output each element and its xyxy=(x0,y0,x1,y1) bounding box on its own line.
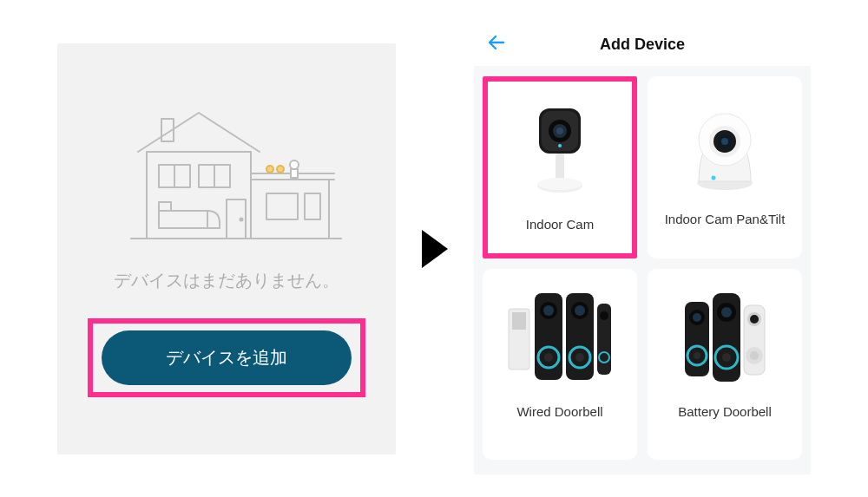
svg-point-15 xyxy=(266,166,273,173)
svg-point-49 xyxy=(575,305,585,316)
wired-doorbell-icon xyxy=(483,286,637,390)
flow-arrow-icon xyxy=(422,230,448,268)
svg-rect-18 xyxy=(291,169,298,178)
svg-point-9 xyxy=(240,219,243,221)
svg-rect-7 xyxy=(159,202,171,211)
no-device-message: デバイスはまだありません。 xyxy=(114,269,339,292)
indoor-cam-pan-tilt-icon xyxy=(648,94,802,198)
svg-point-51 xyxy=(575,353,584,362)
svg-rect-10 xyxy=(251,180,329,239)
device-card-wired-doorbell[interactable]: Wired Doorbell xyxy=(483,269,637,460)
header-bar: Add Device xyxy=(474,23,811,66)
device-label: Indoor Cam xyxy=(526,217,594,232)
svg-point-16 xyxy=(277,166,284,173)
svg-point-17 xyxy=(290,160,299,169)
svg-point-57 xyxy=(693,313,701,322)
svg-point-67 xyxy=(750,315,759,324)
device-label: Battery Doorbell xyxy=(678,404,772,419)
svg-rect-13 xyxy=(266,193,298,219)
svg-point-53 xyxy=(600,311,608,320)
svg-marker-22 xyxy=(422,230,448,268)
indoor-cam-icon xyxy=(488,99,632,203)
page-title: Add Device xyxy=(600,36,685,54)
device-card-indoor-cam-pan-tilt[interactable]: Indoor Cam Pan&Tilt xyxy=(648,76,802,258)
add-device-button[interactable]: デバイスを追加 xyxy=(102,330,352,385)
device-label: Indoor Cam Pan&Tilt xyxy=(665,212,786,226)
svg-point-39 xyxy=(712,176,716,180)
back-icon[interactable] xyxy=(486,32,507,56)
battery-doorbell-icon xyxy=(648,286,802,390)
device-grid: Indoor Cam Indoor Cam Pan&Tilt xyxy=(474,76,811,460)
house-illustration xyxy=(96,100,357,247)
svg-point-32 xyxy=(537,178,582,190)
svg-rect-6 xyxy=(159,211,207,228)
empty-devices-screen: デバイスはまだありません。 デバイスを追加 xyxy=(57,43,396,454)
svg-rect-30 xyxy=(556,154,564,180)
svg-point-69 xyxy=(750,351,759,360)
svg-point-38 xyxy=(721,138,728,145)
svg-point-28 xyxy=(556,128,563,134)
add-device-highlight: デバイスを追加 xyxy=(88,318,365,397)
svg-point-64 xyxy=(722,353,731,362)
svg-point-29 xyxy=(558,144,562,147)
svg-point-46 xyxy=(544,353,553,362)
device-card-indoor-cam[interactable]: Indoor Cam xyxy=(483,76,637,258)
device-label: Wired Doorbell xyxy=(516,404,602,419)
device-card-battery-doorbell[interactable]: Battery Doorbell xyxy=(648,269,802,460)
add-device-screen: Add Device Indoor Cam xyxy=(474,23,811,474)
svg-point-44 xyxy=(543,305,554,316)
svg-rect-41 xyxy=(512,312,526,330)
svg-point-62 xyxy=(721,307,732,317)
svg-rect-14 xyxy=(305,193,320,219)
svg-point-59 xyxy=(694,352,700,359)
